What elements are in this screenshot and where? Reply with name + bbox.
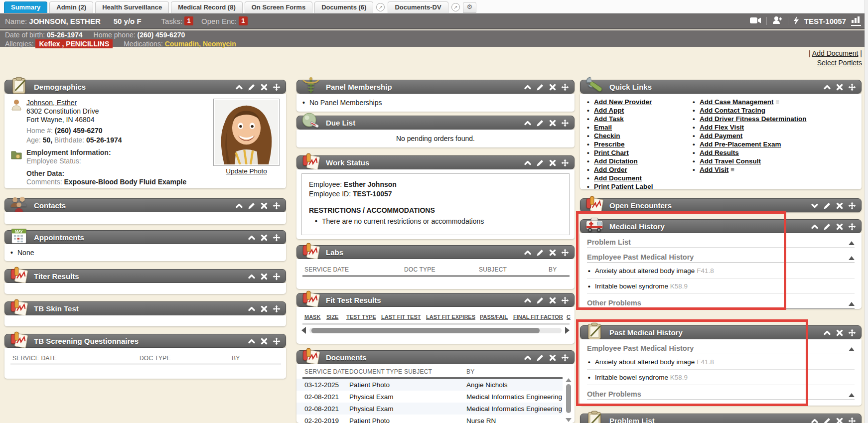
col-last-fit-test[interactable]: LAST FIT TEST bbox=[381, 314, 421, 320]
col-final-fit-factor[interactable]: FINAL FIT FACTOR bbox=[513, 314, 563, 320]
expand-icon[interactable] bbox=[811, 202, 819, 210]
col-by[interactable]: BY bbox=[466, 368, 474, 375]
close-icon[interactable] bbox=[260, 83, 268, 91]
collapse-icon[interactable] bbox=[524, 119, 532, 127]
col-subject[interactable]: SUBJECT bbox=[404, 368, 466, 375]
add-pre-placement-exam-link[interactable]: Add Pre-Placement Exam bbox=[700, 141, 781, 148]
portlet-header[interactable]: MAY Appointments bbox=[4, 230, 286, 244]
portlet-header[interactable]: Titer Results bbox=[4, 269, 286, 283]
add-visit-link[interactable]: Add Visit bbox=[700, 166, 728, 173]
tab-on-screen-forms[interactable]: On Screen Forms bbox=[245, 1, 312, 13]
move-icon[interactable] bbox=[273, 273, 281, 281]
tab-documents-dv[interactable]: Documents-DV bbox=[388, 1, 448, 13]
add-task-link[interactable]: Add Task bbox=[594, 115, 624, 123]
move-icon[interactable] bbox=[273, 202, 281, 210]
move-icon[interactable] bbox=[273, 337, 281, 345]
add-user-icon[interactable] bbox=[772, 16, 783, 26]
collapse-icon[interactable] bbox=[823, 83, 831, 91]
move-icon[interactable] bbox=[848, 329, 856, 337]
scroll-right-icon[interactable] bbox=[565, 327, 570, 334]
scroll-up-icon[interactable] bbox=[566, 378, 572, 382]
gear-icon[interactable]: ⚙ bbox=[463, 2, 477, 13]
portlet-header[interactable]: Quick Links bbox=[580, 80, 862, 94]
patient-name-link[interactable]: Johnson, Esther bbox=[26, 99, 77, 107]
open-enc-count-badge[interactable]: 1 bbox=[239, 16, 248, 25]
collapse-triangle-icon[interactable] bbox=[849, 347, 855, 351]
horizontal-scrollbar[interactable] bbox=[301, 327, 570, 334]
page-scrollbar-track[interactable] bbox=[865, 0, 868, 423]
edit-icon[interactable] bbox=[248, 83, 256, 91]
history-item[interactable]: Irritable bowel syndrome K58.9 bbox=[587, 370, 855, 385]
collapse-triangle-icon[interactable] bbox=[849, 302, 855, 306]
portlet-header[interactable]: Contacts bbox=[4, 198, 286, 212]
prescribe-link[interactable]: Prescribe bbox=[594, 141, 625, 148]
move-icon[interactable] bbox=[848, 417, 856, 423]
document-row[interactable]: 02-20-2019 Patient Photo Nurse RN bbox=[296, 415, 563, 423]
menu-icon[interactable]: ≡ bbox=[730, 166, 734, 173]
close-icon[interactable] bbox=[836, 83, 844, 91]
portlet-header[interactable]: Documents bbox=[296, 350, 575, 364]
collapse-icon[interactable] bbox=[235, 83, 243, 91]
col-test-type[interactable]: TEST TYPE bbox=[346, 314, 376, 320]
move-icon[interactable] bbox=[848, 223, 856, 231]
portlet-header[interactable]: Open Encounters bbox=[580, 198, 862, 212]
collapse-icon[interactable] bbox=[524, 83, 532, 91]
col-last-fit-expires[interactable]: LAST FIT EXPIRES bbox=[426, 314, 475, 320]
collapse-icon[interactable] bbox=[524, 159, 532, 167]
scroll-left-icon[interactable] bbox=[301, 327, 306, 334]
portlet-header[interactable]: Past Medical History bbox=[580, 325, 862, 339]
edit-icon[interactable] bbox=[823, 417, 831, 423]
col-subject[interactable]: SUBJECT bbox=[479, 266, 549, 273]
close-icon[interactable] bbox=[260, 234, 268, 242]
tasks-count-badge[interactable]: 1 bbox=[184, 16, 193, 25]
document-row[interactable]: 02-08-2021 Physical Exam Medical Informa… bbox=[296, 403, 563, 415]
scrollbar-thumb[interactable] bbox=[311, 328, 540, 333]
close-icon[interactable] bbox=[260, 202, 268, 210]
close-icon[interactable] bbox=[836, 329, 844, 337]
add-travel-consult-link[interactable]: Add Travel Consult bbox=[700, 157, 761, 165]
col-by[interactable]: BY bbox=[232, 355, 240, 362]
collapse-icon[interactable] bbox=[811, 223, 819, 231]
collapse-triangle-icon[interactable] bbox=[849, 241, 855, 245]
edit-icon[interactable] bbox=[823, 202, 831, 210]
edit-icon[interactable] bbox=[536, 83, 544, 91]
col-size[interactable]: SIZE bbox=[326, 314, 338, 320]
col-service-date[interactable]: SERVICE DATE bbox=[304, 368, 349, 375]
collapse-triangle-icon[interactable] bbox=[849, 393, 855, 397]
edit-icon[interactable] bbox=[536, 354, 544, 362]
add-dictation-link[interactable]: Add Dictation bbox=[594, 157, 638, 165]
print-patient-label-link[interactable]: Print Patient Label bbox=[594, 183, 653, 189]
col-pass-fail[interactable]: PASS/FAIL bbox=[480, 314, 508, 320]
move-icon[interactable] bbox=[848, 83, 856, 91]
portlet-header[interactable]: TB Skin Test bbox=[4, 301, 286, 315]
portlet-header[interactable]: Problem List bbox=[580, 414, 862, 423]
history-item[interactable]: Irritable bowel syndrome K58.9 bbox=[587, 279, 855, 294]
col-service-date[interactable]: SERVICE DATE bbox=[12, 355, 140, 362]
document-row[interactable]: 03-12-2025 Patient Photo Angie Nichols bbox=[296, 379, 563, 391]
portlet-header[interactable]: Work Status bbox=[296, 155, 575, 169]
tab-summary[interactable]: Summary bbox=[4, 1, 47, 13]
close-icon[interactable] bbox=[549, 83, 557, 91]
medications-link[interactable]: Medications: bbox=[124, 40, 163, 48]
scroll-down-icon[interactable] bbox=[566, 418, 572, 422]
lightning-bolt-icon[interactable] bbox=[793, 16, 799, 26]
add-document-link[interactable]: Add Document bbox=[812, 49, 859, 57]
close-icon[interactable] bbox=[836, 417, 844, 423]
add-flex-visit-link[interactable]: Add Flex Visit bbox=[700, 124, 744, 131]
edit-icon[interactable] bbox=[248, 202, 256, 210]
close-icon[interactable] bbox=[836, 223, 844, 231]
edit-icon[interactable] bbox=[536, 159, 544, 167]
move-icon[interactable] bbox=[561, 83, 569, 91]
col-by[interactable]: BY bbox=[549, 266, 557, 273]
menu-icon[interactable]: ≡ bbox=[776, 98, 780, 106]
move-icon[interactable] bbox=[561, 119, 569, 127]
edit-icon[interactable] bbox=[536, 119, 544, 127]
move-icon[interactable] bbox=[848, 202, 856, 210]
external-link-icon[interactable]: ↗ bbox=[376, 3, 385, 11]
history-item[interactable]: Anxiety about altered body image F41.8 bbox=[587, 354, 855, 370]
vertical-scrollbar[interactable] bbox=[566, 378, 572, 423]
move-icon[interactable] bbox=[273, 234, 281, 242]
add-new-provider-link[interactable]: Add New Provider bbox=[594, 98, 652, 106]
collapse-icon[interactable] bbox=[524, 249, 532, 257]
portlet-header[interactable]: Demographics bbox=[4, 80, 286, 94]
